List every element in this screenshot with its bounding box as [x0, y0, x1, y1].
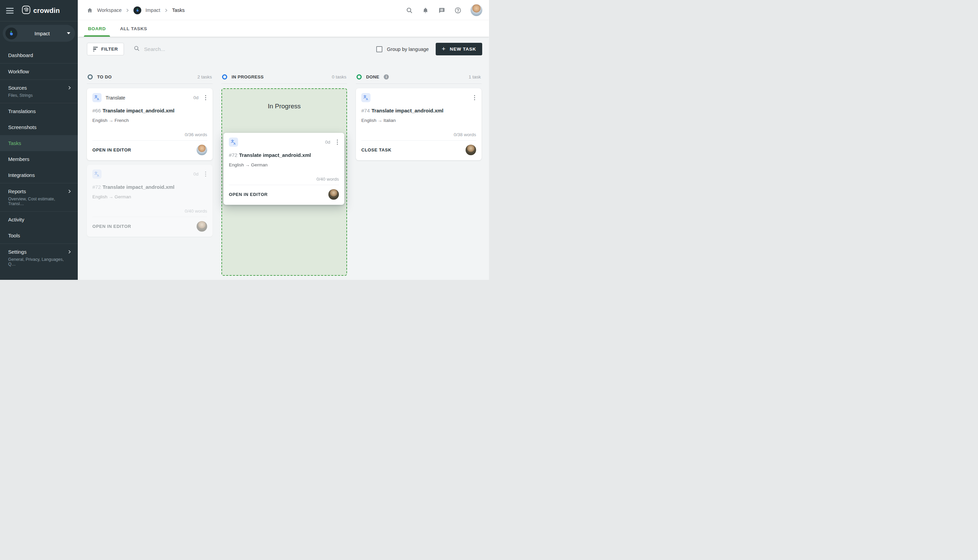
- task-languages: English → German: [229, 162, 339, 167]
- assignee-avatar[interactable]: [328, 189, 339, 200]
- notifications-bell-icon[interactable]: [422, 7, 429, 14]
- chevron-right-icon: [164, 8, 168, 12]
- kebab-menu-icon[interactable]: [204, 170, 208, 178]
- open-in-editor-link[interactable]: OPEN IN EDITOR: [92, 147, 131, 152]
- chevron-right-icon: [67, 86, 72, 90]
- kebab-menu-icon[interactable]: [204, 94, 208, 102]
- sidebar: crowdin Impact Dashboard Workflow Source…: [0, 0, 78, 280]
- sidebar-item-activity[interactable]: Activity: [0, 212, 78, 228]
- divider: [222, 83, 347, 84]
- sidebar-item-subtitle: Files, Strings: [8, 93, 72, 98]
- task-type-label: Translate: [106, 95, 125, 100]
- sidebar-item-reports[interactable]: Reports Overview, Cost estimate, Transl…: [0, 183, 78, 211]
- sidebar-item-screenshots[interactable]: Screenshots: [0, 119, 78, 135]
- divider: [361, 140, 476, 141]
- divider: [0, 21, 78, 22]
- sidebar-item-tools[interactable]: Tools: [0, 228, 78, 243]
- column-in-progress-body: In Progress 文A 0d: [222, 88, 347, 276]
- svg-text:A: A: [233, 142, 236, 145]
- task-languages: English → German: [92, 194, 207, 199]
- task-word-count: 0/40 words: [92, 208, 207, 213]
- sidebar-item-settings[interactable]: Settings General, Privacy, Languages, Q…: [0, 244, 78, 272]
- sidebar-item-subtitle: Overview, Cost estimate, Transl…: [8, 197, 72, 206]
- filter-icon: [93, 47, 98, 52]
- breadcrumb-workspace[interactable]: Workspace: [97, 7, 122, 13]
- sidebar-item-tasks[interactable]: Tasks: [0, 135, 78, 151]
- search-icon: [133, 45, 140, 53]
- chevron-right-icon: [67, 189, 72, 193]
- task-id: #72: [92, 184, 101, 190]
- column-label: IN PROGRESS: [232, 74, 264, 80]
- column-label: DONE: [366, 74, 379, 80]
- sidebar-item-integrations[interactable]: Integrations: [0, 167, 78, 183]
- crowdin-logo[interactable]: crowdin: [22, 5, 60, 16]
- chevron-right-icon: [67, 250, 72, 254]
- column-todo-header: TO DO 2 tasks: [87, 74, 213, 80]
- breadcrumb-project[interactable]: Impact: [145, 7, 160, 13]
- breadcrumb: Workspace Impact Tasks: [87, 7, 406, 14]
- brand-name: crowdin: [33, 7, 60, 15]
- group-by-language-toggle[interactable]: Group by language: [376, 46, 428, 52]
- column-todo-body: 文A Translate 0d #66Translate impact_andr…: [87, 88, 213, 237]
- due-badge: 0d: [193, 95, 198, 100]
- close-task-link[interactable]: CLOSE TASK: [361, 147, 392, 152]
- svg-text:A: A: [97, 174, 99, 177]
- help-icon[interactable]: [454, 7, 462, 14]
- open-in-editor-link[interactable]: OPEN IN EDITOR: [92, 224, 131, 229]
- messages-chat-icon[interactable]: [438, 7, 445, 14]
- user-avatar[interactable]: [471, 4, 482, 16]
- breadcrumb-current-page: Tasks: [172, 7, 185, 13]
- tab-all-tasks[interactable]: ALL TASKS: [119, 20, 149, 37]
- sidebar-item-members[interactable]: Members: [0, 151, 78, 167]
- search-input[interactable]: [144, 46, 260, 52]
- kebab-menu-icon[interactable]: [473, 94, 477, 102]
- chevron-right-icon: [126, 8, 129, 12]
- task-card-66[interactable]: 文A Translate 0d #66Translate impact_andr…: [87, 88, 213, 160]
- project-selector[interactable]: Impact: [3, 25, 75, 42]
- task-title: #66Translate impact_android.xml: [92, 108, 207, 113]
- new-task-button[interactable]: + NEW TASK: [436, 43, 482, 55]
- kebab-menu-icon[interactable]: [336, 138, 339, 146]
- board-toolbar: FILTER Group by language + NEW TASK: [87, 43, 482, 55]
- column-count: 1 task: [469, 74, 481, 80]
- hamburger-menu-icon[interactable]: [6, 8, 13, 13]
- search-icon[interactable]: [406, 7, 413, 14]
- sidebar-item-translations[interactable]: Translations: [0, 103, 78, 119]
- info-icon[interactable]: i: [384, 74, 389, 80]
- task-id: #72: [229, 152, 237, 158]
- done-status-icon: [357, 74, 362, 80]
- home-icon[interactable]: [87, 7, 93, 13]
- divider: [87, 83, 213, 84]
- task-word-count: 0/36 words: [92, 132, 207, 137]
- sidebar-item-subtitle: General, Privacy, Languages, Q…: [8, 257, 72, 267]
- todo-status-icon: [88, 74, 93, 80]
- divider: [356, 83, 482, 84]
- task-languages: English → French: [92, 118, 207, 123]
- dropzone-label: In Progress: [222, 103, 347, 110]
- filter-button[interactable]: FILTER: [87, 43, 124, 55]
- crowdin-app: crowdin Impact Dashboard Workflow Source…: [0, 0, 489, 280]
- plus-icon: +: [442, 45, 446, 52]
- assignee-avatar[interactable]: [466, 145, 476, 155]
- task-title: #72Translate impact_android.xml: [229, 152, 339, 158]
- sidebar-item-sources[interactable]: Sources Files, Strings: [0, 80, 78, 103]
- open-in-editor-link[interactable]: OPEN IN EDITOR: [229, 192, 268, 197]
- task-card-72-ghost[interactable]: 文A 0d #72Translate impact_android.xml En…: [87, 165, 213, 237]
- assignee-avatar[interactable]: [197, 221, 207, 232]
- task-card-72-dragging[interactable]: 文A 0d #72Translate impact_android.xml En…: [223, 133, 344, 205]
- group-by-language-checkbox[interactable]: [376, 46, 382, 52]
- task-title: #72Translate impact_android.xml: [92, 184, 207, 190]
- main-area: Workspace Impact Tasks: [78, 0, 489, 280]
- sidebar-item-dashboard[interactable]: Dashboard: [0, 47, 78, 63]
- task-word-count: 0/40 words: [229, 177, 339, 182]
- sidebar-item-workflow[interactable]: Workflow: [0, 63, 78, 80]
- topbar-actions: [406, 4, 482, 16]
- task-card-74[interactable]: 文A #74Translate impact_android.xml Engli…: [356, 88, 482, 160]
- assignee-avatar[interactable]: [197, 145, 207, 155]
- tab-board[interactable]: BOARD: [87, 20, 107, 37]
- in-progress-status-icon: [222, 74, 227, 80]
- translate-icon: 文A: [229, 138, 238, 147]
- column-todo: TO DO 2 tasks 文A Translate: [87, 74, 213, 241]
- task-id: #74: [361, 108, 370, 113]
- translate-icon: 文A: [92, 93, 102, 102]
